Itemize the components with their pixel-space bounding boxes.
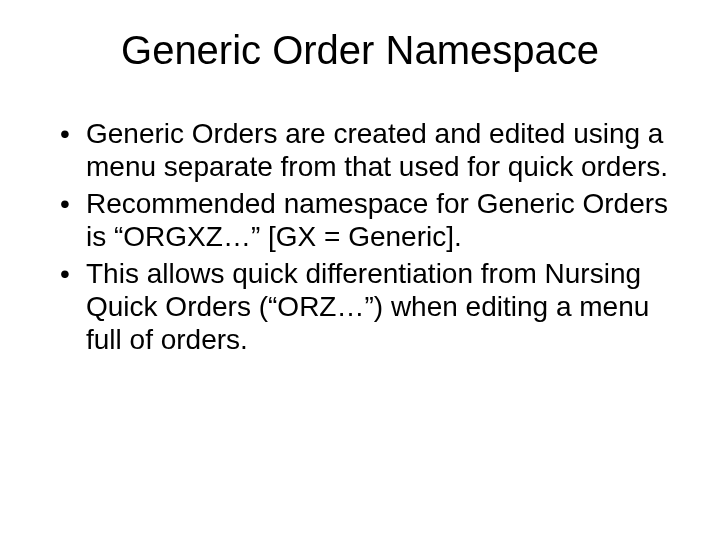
list-item: Recommended namespace for Generic Orders… — [56, 187, 670, 253]
list-item: This allows quick differentiation from N… — [56, 257, 670, 356]
list-item: Generic Orders are created and edited us… — [56, 117, 670, 183]
slide: Generic Order Namespace Generic Orders a… — [0, 0, 720, 540]
bullet-list: Generic Orders are created and edited us… — [50, 117, 670, 356]
slide-title: Generic Order Namespace — [50, 28, 670, 73]
